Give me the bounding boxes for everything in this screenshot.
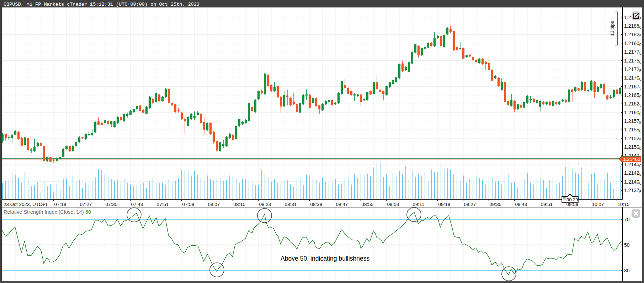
svg-text:09:27: 09:27 <box>464 202 476 207</box>
svg-text:1.21500: 1.21500 <box>624 144 642 151</box>
svg-text:10:07: 10:07 <box>592 202 604 207</box>
svg-text:09:43: 09:43 <box>515 202 527 207</box>
svg-text:08:23: 08:23 <box>259 202 271 207</box>
svg-text:1.21550: 1.21550 <box>624 127 642 133</box>
svg-text:1.21625: 1.21625 <box>624 101 642 107</box>
svg-text:1.21400: 1.21400 <box>624 179 642 185</box>
svg-text:08:47: 08:47 <box>336 202 348 207</box>
svg-text:07:51: 07:51 <box>157 202 169 207</box>
svg-text:09:19: 09:19 <box>438 202 451 207</box>
svg-text:07:19: 07:19 <box>54 202 66 207</box>
svg-text:1.21700: 1.21700 <box>624 75 642 81</box>
svg-text:07:43: 07:43 <box>131 202 143 207</box>
svg-text:1.21600: 1.21600 <box>624 110 642 116</box>
svg-text:1.21825: 1.21825 <box>624 32 642 38</box>
svg-text:1.21850: 1.21850 <box>624 23 642 29</box>
svg-text:09:11: 09:11 <box>413 202 425 207</box>
svg-text:1.21425: 1.21425 <box>624 170 642 176</box>
svg-text:1.21675: 1.21675 <box>624 84 642 90</box>
svg-text:1.21375: 1.21375 <box>624 187 642 194</box>
svg-text:07:35: 07:35 <box>106 202 118 207</box>
svg-text:1.21450: 1.21450 <box>624 162 642 168</box>
svg-text:10 pips: 10 pips <box>610 21 615 36</box>
svg-text:08:55: 08:55 <box>362 202 374 207</box>
svg-text:50: 50 <box>624 242 630 248</box>
svg-text:23 Oct 2023, UTC+1: 23 Oct 2023, UTC+1 <box>4 202 48 207</box>
svg-text:08:31: 08:31 <box>285 202 297 207</box>
svg-text:10:15: 10:15 <box>618 202 630 207</box>
svg-text:70: 70 <box>624 217 630 222</box>
svg-text:30: 30 <box>624 268 630 273</box>
svg-text:08:07: 08:07 <box>208 202 220 207</box>
svg-text:50: 50 <box>85 209 91 215</box>
svg-text:1.21725: 1.21725 <box>624 66 642 73</box>
svg-text:1.21800: 1.21800 <box>624 40 642 47</box>
svg-text:GBPUSD, m1 FP Markets cTrader: GBPUSD, m1 FP Markets cTrader 15:12:31 (… <box>4 2 199 7</box>
svg-text:07:59: 07:59 <box>182 202 195 207</box>
svg-text:07:27: 07:27 <box>80 202 92 207</box>
svg-text:Relative Strength Index (Close: Relative Strength Index (Close, 14) <box>4 209 84 215</box>
svg-text:09:51: 09:51 <box>541 202 553 207</box>
svg-text:08:39: 08:39 <box>310 202 323 207</box>
svg-text:1.21462: 1.21462 <box>623 157 640 162</box>
svg-text:09:35: 09:35 <box>490 202 502 207</box>
svg-text:08:15: 08:15 <box>234 202 246 207</box>
svg-text:1.21775: 1.21775 <box>624 49 642 55</box>
svg-text:1.21750: 1.21750 <box>624 58 642 64</box>
svg-text:09:03: 09:03 <box>387 202 399 207</box>
svg-text:Above 50, indicating bullishne: Above 50, indicating bullishness <box>281 255 370 262</box>
svg-text:1.21650: 1.21650 <box>624 92 642 99</box>
svg-text:1.21525: 1.21525 <box>624 136 642 142</box>
svg-text:00:29: 00:29 <box>566 197 578 202</box>
svg-text:1.21575: 1.21575 <box>624 118 642 125</box>
